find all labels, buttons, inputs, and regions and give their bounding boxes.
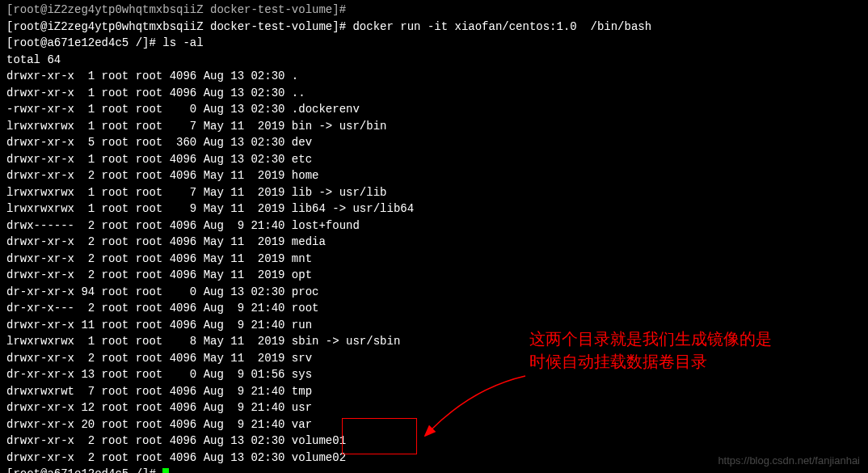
terminal-output-line: lrwxrwxrwx 1 root root 9 May 11 2019 lib… [6,201,862,217]
terminal-output-line: -rwxr-xr-x 1 root root 0 Aug 13 02:30 .d… [6,101,862,118]
terminal-output-line: lrwxrwxrwx 1 root root 7 May 11 2019 lib… [6,184,862,201]
terminal-output-line: drwx------ 2 root root 4096 Aug 9 21:40 … [6,217,862,234]
terminal-output-line: lrwxrwxrwx 1 root root 7 May 11 2019 bin… [6,118,862,135]
highlight-box [342,418,417,454]
terminal-output-line: drwxr-xr-x 2 root root 4096 May 11 2019 … [6,251,862,268]
cursor-icon [162,468,169,473]
terminal-output-line: drwxr-xr-x 2 root root 4096 May 11 2019 … [6,267,862,284]
terminal-output-line: dr-xr-x--- 2 root root 4096 Aug 9 21:40 … [6,300,862,317]
terminal-command-line: [root@iZ2zeg4ytp0whqtmxbsqiiZ docker-tes… [6,19,862,36]
terminal-output-line: drwxr-xr-x 1 root root 4096 Aug 13 02:30… [6,151,862,168]
terminal-prompt-line[interactable]: [root@a671e12ed4c5 /]# [6,466,862,473]
terminal-output-line: drwxr-xr-x 12 root root 4096 Aug 9 21:40… [6,399,862,416]
terminal-output-line: drwxr-xr-x 5 root root 360 Aug 13 02:30 … [6,134,862,151]
terminal-output-line: drwxrwxrwt 7 root root 4096 Aug 9 21:40 … [6,383,862,400]
terminal-output-line: drwxr-xr-x 20 root root 4096 Aug 9 21:40… [6,416,862,433]
terminal-output-line: dr-xr-xr-x 94 root root 0 Aug 13 02:30 p… [6,284,862,301]
terminal-output-line: drwxr-xr-x 2 root root 4096 May 11 2019 … [6,167,862,184]
watermark-text: https://blog.csdn.net/fanjianhai [718,454,860,467]
terminal-output-line: drwxr-xr-x 2 root root 4096 Aug 13 02:30… [6,433,862,450]
terminal-output-line: total 64 [6,52,862,69]
annotation-text: 这两个目录就是我们生成镜像的是 时候自动挂载数据卷目录 [529,327,772,373]
terminal-output-line: [root@iZ2zeg4ytp0whqtmxbsqiiZ docker-tes… [6,2,862,19]
terminal-command-line: [root@a671e12ed4c5 /]# ls -al [6,35,862,52]
terminal-output-line: drwxr-xr-x 1 root root 4096 Aug 13 02:30… [6,68,862,85]
terminal-output-line: drwxr-xr-x 2 root root 4096 May 11 2019 … [6,234,862,251]
terminal-output-line: drwxr-xr-x 1 root root 4096 Aug 13 02:30… [6,85,862,102]
